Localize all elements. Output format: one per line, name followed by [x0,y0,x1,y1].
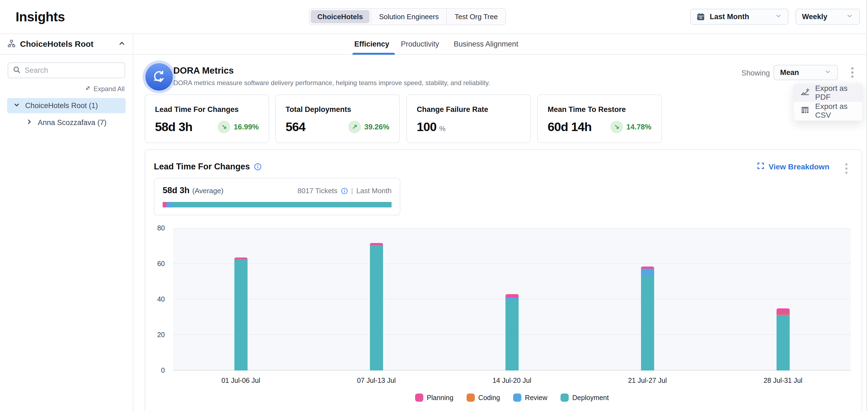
menu-item-export-csv[interactable]: Export as CSV [794,102,862,120]
period-dropdown-value: Last Month [710,12,749,21]
iteration-cycle-icon [146,63,173,91]
tree-item-anna-scozzafava[interactable]: Anna Scozzafava (7) [20,115,126,130]
x-axis-label: 14 Jul-20 Jul [471,377,553,384]
fullscreen-icon [756,162,765,172]
org-tab-choicehotels[interactable]: ChoiceHotels [311,10,369,23]
tree-item-label: Anna Scozzafava (7) [38,118,106,127]
y-axis-tick-label: 60 [144,260,165,268]
metric-card-title: Change Failure Rate [417,105,521,114]
dora-more-options-button[interactable] [851,67,854,78]
bar-segment-planning[interactable] [370,243,383,245]
info-icon[interactable] [254,163,262,171]
period-dropdown[interactable]: Last Month [690,9,788,25]
trend-percent: 39.26% [364,123,390,131]
bar-segment-review[interactable] [505,298,519,300]
chevron-right-icon[interactable] [26,118,33,127]
summary-period: Last Month [356,186,392,195]
search-icon [12,66,21,75]
trend-percent: 14.78% [626,123,651,131]
chart-line-plus-icon [800,87,810,99]
page-title: Insights [16,9,65,24]
lead-time-section: Lead Time For Changes View Breakdown 58d… [145,149,862,411]
expand-all-button[interactable]: Expand All [8,85,125,93]
showing-mean-value: Mean [780,68,799,77]
chevron-down-icon[interactable] [13,101,20,110]
y-axis-tick-label: 20 [144,331,165,339]
dora-metrics-title: DORA Metrics [173,65,234,76]
metric-card-mean-time-to-restore: Mean Time To Restore 60d 14h ↘ 14.78% [537,94,662,143]
trend-up-icon: ↗ [348,121,361,133]
org-tab-test-org-tree[interactable]: Test Org Tree [447,9,505,25]
tab-efficiency[interactable]: Efficiency [354,34,390,54]
export-menu: Export as PDF Export as CSV [794,83,863,121]
bar-segment-planning[interactable] [777,308,790,314]
bar-segment-deployment[interactable] [505,300,519,371]
org-tab-solution-engineers[interactable]: Solution Engineers [371,9,446,25]
view-breakdown-label: View Breakdown [769,163,829,171]
sidebar-root-label: ChoiceHotels Root [20,39,93,49]
bar-segment-deployment[interactable] [641,276,654,371]
bar-segment-planning[interactable] [641,267,654,269]
table-icon [800,105,810,116]
chart-bar-28-jul-31-jul[interactable] [777,308,790,371]
legend-label: Review [525,394,547,402]
legend-swatch-icon [415,393,423,402]
progress-segment-planning [163,202,166,207]
granularity-dropdown[interactable]: Weekly [796,9,860,25]
menu-item-label: Export as PDF [815,84,856,102]
metric-card-value: 58d 3h [155,120,192,134]
metric-card-unit: % [439,125,445,133]
chevron-down-icon [846,12,853,21]
bar-segment-review[interactable] [641,269,654,276]
legend-item-review[interactable]: Review [513,393,547,402]
phase-progress-bar [163,202,392,207]
metric-card-value: 100 [417,120,436,134]
showing-label: Showing [742,69,770,77]
search-input[interactable] [25,66,122,75]
org-tree-icon [7,39,16,49]
bar-segment-deployment[interactable] [235,260,248,371]
chevron-up-icon[interactable] [118,40,126,48]
tree-item-choicehotels-root[interactable]: ChoiceHotels Root (1) [7,98,126,113]
expand-all-label: Expand All [94,85,125,93]
chart-bar-01-jul-06-jul[interactable] [235,258,248,371]
menu-item-export-pdf[interactable]: Export as PDF [794,84,862,102]
trend-badge: ↗ 39.26% [348,121,390,133]
legend-item-deployment[interactable]: Deployment [560,393,609,402]
x-axis-label: 21 Jul-27 Jul [607,377,689,384]
chart-bar-07-jul-13-jul[interactable] [370,243,383,371]
y-axis-tick-label: 40 [144,295,165,303]
metric-card-value: 564 [286,120,305,134]
legend-swatch-icon [513,393,521,402]
scrollbar[interactable] [866,0,868,411]
info-icon[interactable] [341,187,348,195]
separator: | [351,186,353,195]
bar-segment-deployment[interactable] [370,245,383,371]
org-tree: ChoiceHotels Root (1) Anna Scozzafava (7… [7,98,126,130]
view-breakdown-button[interactable]: View Breakdown [756,162,829,172]
legend-item-planning[interactable]: Planning [415,393,454,402]
legend-label: Planning [427,394,454,402]
showing-mean-dropdown[interactable]: Mean [774,65,838,80]
sidebar-header: ChoiceHotels Root [0,34,133,55]
granularity-dropdown-value: Weekly [802,12,828,21]
active-tab-underline [352,53,395,55]
legend-item-coding[interactable]: Coding [467,393,500,402]
legend-label: Deployment [572,394,609,402]
chart-bar-14-jul-20-jul[interactable] [505,294,519,371]
section-more-options-button[interactable] [845,163,847,174]
legend-swatch-icon [467,393,475,402]
tickets-count: 8017 Tickets [298,186,338,195]
bar-segment-planning[interactable] [505,294,519,298]
bar-segment-deployment[interactable] [777,315,790,371]
chart-bar-21-jul-27-jul[interactable] [641,267,654,371]
org-sidebar: ChoiceHotels Root Expand All ChoiceHotel… [0,34,133,411]
metric-card-lead-time: Lead Time For Changes 58d 3h ↘ 16.99% [145,94,269,143]
metric-card-total-deployments: Total Deployments 564 ↗ 39.26% [275,94,400,143]
tab-business-alignment[interactable]: Business Alignment [454,34,518,54]
tab-productivity[interactable]: Productivity [401,34,439,54]
chart-gridline [173,228,851,229]
section-title: Lead Time For Changes [154,162,250,172]
calendar-icon [696,12,705,21]
chart-legend: PlanningCodingReviewDeployment [173,393,851,402]
